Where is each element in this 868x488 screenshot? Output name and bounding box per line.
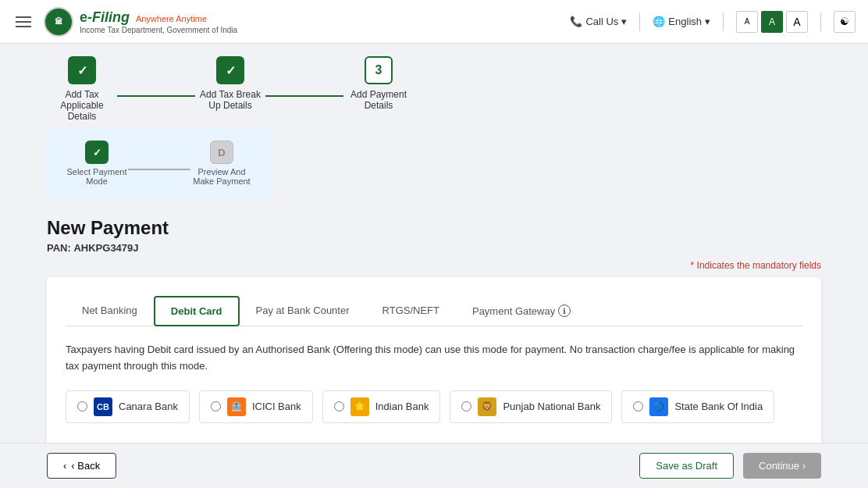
step-1: ✓ Add Tax Applicable Details: [47, 56, 117, 122]
back-chevron-icon: ‹: [63, 460, 66, 472]
phone-icon: 📞: [570, 16, 582, 27]
step-3: 3 Add Payment Details: [343, 56, 414, 111]
pan-info: PAN: AHKPG3479J: [47, 242, 821, 254]
font-controls: A A A: [736, 11, 808, 33]
bank-option-sbi[interactable]: 🔵 State Bank Of India: [621, 390, 774, 423]
step-2: ✓ Add Tax Break Up Details: [195, 56, 265, 111]
call-us-chevron: ▾: [621, 16, 627, 27]
header-right: 📞 Call Us ▾ 🌐 English ▾ A A A ☯: [570, 11, 856, 33]
language-button[interactable]: 🌐 English ▾: [653, 16, 710, 27]
main-stepper: ✓ Add Tax Applicable Details ✓ Add Tax B…: [47, 56, 821, 122]
divider-3: [820, 12, 821, 31]
info-icon: ℹ: [558, 305, 571, 317]
header: 🏛 e-Filing Anywhere Anytime Income Tax D…: [0, 0, 868, 44]
pnb-bank-name: Punjab National Bank: [503, 401, 600, 412]
canara-bank-name: Canara Bank: [119, 401, 178, 412]
sbi-bank-icon: 🔵: [649, 397, 668, 416]
back-label: ‹ Back: [71, 460, 100, 472]
indian-bank-icon: 🌟: [350, 397, 369, 416]
bank-radio-pnb[interactable]: [461, 401, 471, 411]
language-label: English: [668, 16, 702, 27]
continue-label: Continue ›: [759, 460, 806, 472]
sub-step-2: D Preview And Make Payment: [190, 141, 253, 186]
step-3-circle: 3: [365, 56, 393, 84]
divider-1: [639, 12, 640, 31]
bank-option-icici[interactable]: 🏦 ICICI Bank: [199, 390, 313, 423]
language-chevron: ▾: [705, 16, 710, 27]
continue-button[interactable]: Continue ›: [743, 453, 821, 479]
logo-emblem: 🏛: [44, 7, 73, 37]
brand-text: e-Filing Anywhere Anytime Income Tax Dep…: [80, 9, 237, 34]
step-line-1: [117, 95, 195, 97]
step-2-label: Add Tax Break Up Details: [195, 89, 265, 111]
bank-option-canara[interactable]: CB Canara Bank: [66, 390, 190, 423]
font-large-button[interactable]: A: [786, 11, 808, 33]
brand-name: e-Filing Anywhere Anytime: [80, 9, 237, 26]
save-draft-button[interactable]: Save as Draft: [639, 453, 734, 479]
bank-option-indian[interactable]: 🌟 Indian Bank: [322, 390, 441, 423]
sub-step-line: [128, 169, 190, 170]
tab-payment-gateway-label: Payment Gateway: [472, 305, 555, 317]
footer: ‹ ‹ Back Save as Draft Continue ›: [0, 443, 868, 488]
pan-value: AHKPG3479J: [73, 242, 138, 254]
page-title: New Payment: [47, 217, 821, 239]
brand-sub: Income Tax Department, Government of Ind…: [80, 26, 237, 34]
bank-radio-sbi[interactable]: [633, 401, 643, 411]
debit-card-info: Taxpayers having Debit card issued by an…: [66, 342, 802, 375]
font-medium-button[interactable]: A: [761, 11, 783, 33]
tab-rtgs-neft[interactable]: RTGS/NEFT: [366, 296, 456, 326]
indian-bank-name: Indian Bank: [375, 401, 429, 412]
logo-area: 🏛 e-Filing Anywhere Anytime Income Tax D…: [44, 7, 237, 37]
mandatory-note: * Indicates the mandatory fields: [47, 260, 821, 271]
main-content: ✓ Add Tax Applicable Details ✓ Add Tax B…: [0, 44, 868, 488]
step-1-label: Add Tax Applicable Details: [47, 89, 117, 122]
brand-tagline: Anywhere Anytime: [136, 14, 207, 23]
step-3-label: Add Payment Details: [343, 89, 414, 111]
sub-step-1-circle: ✓: [85, 141, 108, 164]
tab-pay-bank-counter[interactable]: Pay at Bank Counter: [240, 296, 366, 326]
step-2-circle: ✓: [216, 56, 244, 84]
bank-options: CB Canara Bank 🏦 ICICI Bank 🌟 Indian Ban…: [66, 390, 802, 423]
icici-bank-icon: 🏦: [227, 397, 246, 416]
tab-debit-card[interactable]: Debit Card: [154, 296, 240, 326]
header-left: 🏛 e-Filing Anywhere Anytime Income Tax D…: [12, 7, 237, 37]
contrast-button[interactable]: ☯: [834, 11, 856, 33]
font-small-button[interactable]: A: [736, 11, 758, 33]
call-us-label: Call Us: [585, 16, 618, 27]
payment-tabs: Net Banking Debit Card Pay at Bank Count…: [66, 296, 802, 326]
sub-step-1-label: Select Payment Mode: [66, 167, 128, 186]
sub-step-2-label: Preview And Make Payment: [190, 167, 253, 186]
bank-radio-canara[interactable]: [77, 401, 87, 411]
footer-right: Save as Draft Continue ›: [639, 453, 821, 479]
icici-bank-name: ICICI Bank: [252, 401, 301, 412]
divider-2: [723, 12, 724, 31]
pnb-bank-icon: 🦁: [478, 397, 496, 416]
sub-step-2-circle: D: [210, 141, 233, 164]
tab-payment-gateway[interactable]: Payment Gateway ℹ: [456, 296, 587, 326]
tab-net-banking[interactable]: Net Banking: [66, 296, 154, 326]
bank-radio-indian[interactable]: [334, 401, 344, 411]
sbi-bank-name: State Bank Of India: [674, 401, 763, 412]
sub-step-1: ✓ Select Payment Mode: [66, 141, 128, 186]
step-line-2: [265, 95, 343, 97]
step-1-circle: ✓: [68, 56, 96, 84]
call-us-button[interactable]: 📞 Call Us ▾: [570, 16, 627, 27]
back-button[interactable]: ‹ ‹ Back: [47, 453, 116, 479]
bank-option-pnb[interactable]: 🦁 Punjab National Bank: [450, 390, 612, 423]
hamburger-menu[interactable]: [12, 13, 34, 30]
canara-bank-icon: CB: [94, 397, 112, 416]
sub-stepper: ✓ Select Payment Mode D Preview And Make…: [47, 128, 272, 198]
pan-label-text: PAN:: [47, 242, 71, 254]
bank-radio-icici[interactable]: [211, 401, 221, 411]
globe-icon: 🌐: [653, 16, 665, 27]
